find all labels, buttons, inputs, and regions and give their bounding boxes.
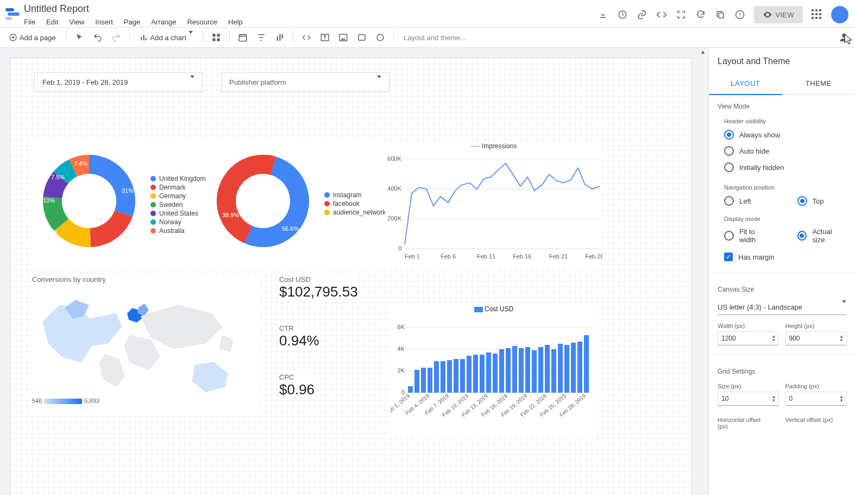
donut-chart-platform[interactable]: 56.6%38.9% instagram facebook audience_n…	[206, 138, 385, 269]
download-icon[interactable]	[598, 9, 608, 20]
radio-auto-hide[interactable]: Auto hide	[709, 143, 855, 159]
svg-rect-9	[239, 35, 247, 41]
image-icon[interactable]	[336, 30, 351, 45]
rectangle-shape-icon[interactable]	[354, 30, 369, 45]
selection-tool-icon[interactable]	[72, 30, 87, 45]
history-icon[interactable]	[617, 9, 628, 20]
scorecard-cpc[interactable]: CPC $0.96	[279, 373, 315, 398]
svg-rect-58	[486, 352, 491, 393]
svg-text:12.5%: 12.5%	[40, 228, 57, 235]
svg-rect-52	[447, 360, 452, 393]
svg-rect-56	[473, 355, 478, 393]
svg-rect-5	[212, 34, 215, 36]
apps-icon[interactable]	[812, 9, 822, 20]
url-embed-icon[interactable]	[299, 30, 314, 45]
link-icon[interactable]	[637, 9, 647, 20]
filter-control-icon[interactable]	[254, 30, 269, 45]
layout-theme-search[interactable]: Layout and theme...	[399, 34, 831, 42]
refresh-icon[interactable]	[695, 9, 706, 20]
radio-fit-width[interactable]: Fit to width	[709, 224, 782, 247]
date-range-control-icon[interactable]	[235, 30, 250, 45]
menu-view[interactable]: View	[69, 18, 84, 26]
scorecard-ctr[interactable]: CTR 0.94%	[279, 324, 319, 349]
app-logo-icon	[5, 8, 18, 21]
view-button[interactable]: VIEW	[754, 6, 803, 23]
geo-map-chart[interactable]: Conversions by country 5	[32, 275, 260, 417]
input-height[interactable]: 900▲▼	[785, 331, 847, 345]
stepper-icon[interactable]: ▲▼	[839, 335, 844, 342]
data-control-icon[interactable]	[272, 30, 287, 45]
line-chart-impressions[interactable]: ── Impressions 600K400K200K0 Feb 1Feb 6F…	[385, 142, 602, 267]
canvas-size-select[interactable]: US letter (4:3) - Landscape	[718, 300, 846, 315]
menu-edit[interactable]: Edit	[46, 18, 58, 26]
canvas-viewport[interactable]: ▴ Feb 1, 2019 - Feb 28, 2019 Publisher p…	[0, 48, 708, 495]
radio-always-show[interactable]: Always show	[709, 127, 855, 143]
report-canvas[interactable]: Feb 1, 2019 - Feb 28, 2019 Publisher pla…	[10, 58, 692, 495]
svg-text:Feb 1: Feb 1	[405, 253, 420, 260]
input-width[interactable]: 1200▲▼	[718, 331, 779, 345]
date-range-control[interactable]: Feb 1, 2019 - Feb 28, 2019	[34, 72, 203, 92]
publisher-filter-value: Publisher platform	[229, 78, 286, 86]
svg-rect-60	[499, 349, 504, 393]
svg-text:Feb 11: Feb 11	[477, 253, 495, 260]
svg-rect-72	[577, 342, 582, 393]
svg-rect-67	[545, 345, 550, 393]
copy-icon[interactable]	[715, 9, 726, 20]
embed-icon[interactable]	[656, 9, 667, 20]
chevron-down-icon	[188, 34, 193, 42]
svg-rect-7	[212, 39, 215, 41]
label-height: Height (px)	[785, 318, 847, 331]
radio-nav-left[interactable]: Left	[709, 193, 782, 209]
scrollbar-up-icon[interactable]: ▴	[699, 48, 707, 55]
menu-file[interactable]: File	[24, 18, 35, 26]
label-header-visibility: Header visibility	[709, 114, 855, 127]
fullscreen-icon[interactable]	[676, 9, 687, 20]
community-viz-icon[interactable]	[209, 30, 224, 45]
scorecard-cost[interactable]: Cost USD $102,795.53	[279, 275, 358, 300]
undo-icon[interactable]	[90, 30, 105, 45]
svg-rect-63	[519, 348, 524, 393]
section-view-mode: View Mode	[709, 95, 855, 114]
add-page-button[interactable]: Add a page	[4, 30, 60, 45]
add-chart-button[interactable]: Add a chart	[135, 30, 198, 45]
help-icon[interactable]: ?	[734, 9, 745, 20]
publisher-filter-control[interactable]: Publisher platform	[221, 72, 389, 92]
radio-nav-top[interactable]: Top	[782, 193, 856, 209]
svg-rect-68	[551, 349, 556, 393]
avatar[interactable]	[831, 6, 848, 23]
report-title[interactable]: Untitled Report	[24, 3, 598, 15]
redo-icon[interactable]	[109, 30, 124, 45]
menu-help[interactable]: Help	[228, 18, 243, 26]
menu-insert[interactable]: Insert	[95, 18, 113, 26]
circle-shape-icon[interactable]	[373, 30, 388, 45]
add-circle-icon	[9, 33, 17, 42]
donut-chart-country[interactable]: 31% 17.6% 13.9% 12.5% 10% 7.5% 7.4% Unit…	[32, 138, 211, 269]
svg-rect-6	[217, 34, 220, 36]
menu-resource[interactable]: Resource	[187, 18, 217, 26]
svg-text:Feb 16: Feb 16	[513, 253, 531, 260]
svg-text:Feb 6: Feb 6	[441, 253, 456, 260]
label-horizontal-offset: Horizontal offset (px)	[718, 412, 779, 432]
layout-theme-panel: Layout and Theme LAYOUT THEME View Mode …	[708, 48, 855, 495]
svg-text:?: ?	[738, 12, 741, 17]
radio-actual-size[interactable]: Actual size	[782, 224, 856, 247]
stepper-icon[interactable]: ▲▼	[772, 335, 776, 342]
svg-rect-50	[434, 361, 439, 393]
bar-chart-cost[interactable]: Cost USD 6K4K2K0 Feb 1, 2019Feb 4, 2019F…	[391, 305, 597, 436]
input-grid-size[interactable]: 10▲▼	[718, 392, 779, 406]
stepper-icon[interactable]: ▲▼	[839, 395, 844, 402]
radio-initially-hidden[interactable]: Initially hidden	[709, 159, 855, 175]
tab-theme[interactable]: THEME	[782, 73, 856, 94]
input-grid-padding[interactable]: 0▲▼	[785, 392, 847, 406]
stepper-icon[interactable]: ▲▼	[772, 395, 776, 402]
tab-layout[interactable]: LAYOUT	[709, 73, 782, 95]
menu-page[interactable]: Page	[124, 18, 140, 26]
text-box-icon[interactable]	[317, 30, 332, 45]
checkbox-has-margin[interactable]: ✓Has margin	[709, 247, 855, 267]
label-nav-position: Navigation position	[709, 175, 855, 193]
svg-text:7.5%: 7.5%	[51, 174, 65, 180]
svg-rect-70	[564, 345, 569, 393]
svg-rect-46	[408, 386, 413, 393]
menu-arrange[interactable]: Arrange	[151, 18, 176, 26]
svg-text:7.4%: 7.4%	[74, 160, 87, 167]
